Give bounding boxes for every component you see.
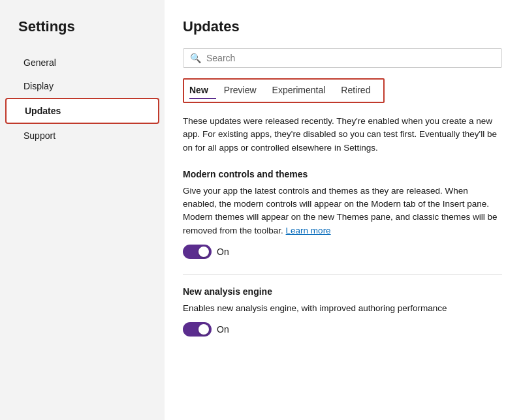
tabs-container: New Preview Experimental Retired	[183, 78, 385, 103]
section-modern-controls: Modern controls and themes Give your app…	[183, 169, 502, 260]
search-bar: 🔍	[183, 48, 502, 68]
sidebar-item-general[interactable]: General	[5, 51, 159, 74]
section-modern-controls-title: Modern controls and themes	[183, 169, 502, 179]
modern-controls-toggle-label: On	[217, 247, 229, 257]
updates-description: These updates were released recently. Th…	[183, 115, 502, 155]
section-new-analysis-engine: New analysis engine Enables new analysis…	[183, 286, 502, 337]
tab-new[interactable]: New	[189, 82, 216, 99]
tab-experimental[interactable]: Experimental	[264, 82, 334, 99]
learn-more-link[interactable]: Learn more	[286, 226, 331, 235]
modern-controls-toggle-row: On	[183, 244, 502, 260]
section-divider	[183, 274, 502, 275]
sidebar-item-display[interactable]: Display	[5, 74, 159, 98]
tab-preview[interactable]: Preview	[216, 82, 264, 99]
sidebar-item-label-display: Display	[24, 81, 54, 91]
toggle-thumb-2	[198, 324, 209, 335]
app-title: Settings	[0, 18, 165, 51]
sidebar-item-support[interactable]: Support	[5, 124, 159, 147]
toggle-thumb	[198, 247, 209, 257]
new-analysis-engine-toggle-row: On	[183, 322, 502, 337]
sidebar: Settings General Display Updates Support	[0, 0, 165, 420]
new-analysis-engine-toggle[interactable]	[183, 322, 212, 337]
tab-retired[interactable]: Retired	[333, 82, 378, 99]
sidebar-item-label-general: General	[24, 57, 56, 68]
search-input[interactable]	[206, 53, 495, 63]
search-icon: 🔍	[190, 53, 201, 63]
section-modern-controls-desc: Give your app the latest controls and th…	[183, 185, 502, 237]
sidebar-item-updates[interactable]: Updates	[5, 98, 159, 124]
new-analysis-engine-toggle-label: On	[217, 324, 229, 335]
section-new-analysis-engine-desc: Enables new analysis engine, with improv…	[183, 302, 502, 315]
sidebar-item-label-support: Support	[24, 130, 55, 141]
sidebar-item-label-updates: Updates	[25, 106, 61, 116]
section-new-analysis-engine-title: New analysis engine	[183, 286, 502, 297]
main-content: Updates 🔍 New Preview Experimental Retir…	[165, 0, 523, 420]
modern-controls-toggle[interactable]	[183, 244, 212, 260]
page-title: Updates	[183, 18, 502, 35]
